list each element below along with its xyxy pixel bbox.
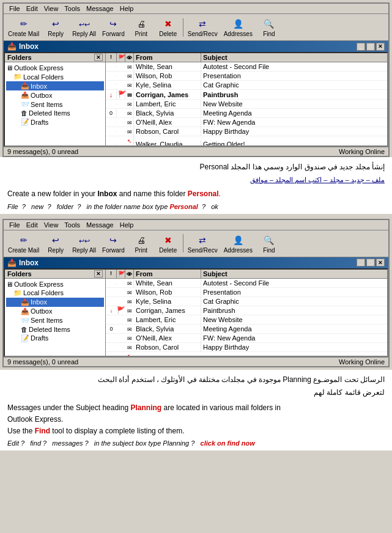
menu2-help[interactable]: Help [117, 221, 137, 229]
folder-sent-items[interactable]: 📨 Sent Items [6, 100, 104, 109]
table-row[interactable]: ✉ White, Sean Autotest - Second File [106, 279, 387, 288]
folders-close-icon[interactable]: ✕ [94, 54, 103, 61]
menu2-message[interactable]: Message [83, 221, 117, 229]
col-watch-header-2[interactable] [125, 270, 134, 278]
reply-button-2[interactable]: Reply [42, 232, 69, 255]
folder-outlook-express[interactable]: 🖥 Outlook Express [6, 64, 104, 72]
table-row[interactable]: ✉ O'Neill, Alex FW: New Agenda [106, 118, 387, 127]
folder-local-folders-2[interactable]: 📁 Local Folders [6, 289, 104, 298]
table-row[interactable]: ✉ Kyle, Selina Cat Graphic [106, 81, 387, 90]
col-flag-header-2[interactable] [117, 270, 125, 278]
minimize-button-2[interactable]: _ [357, 259, 365, 266]
menu-help[interactable]: Help [117, 4, 137, 13]
reply-button[interactable]: Reply [42, 15, 69, 39]
table-row[interactable]: ✉ Wilson, Rob Presentation [106, 72, 387, 81]
message-list: ! From Subject ✉ White, Sean Autotest - … [106, 53, 387, 145]
maximize-button-2[interactable]: □ [366, 259, 375, 266]
sendrecv-button[interactable]: Send/Recv [185, 15, 221, 39]
col-subject-header[interactable]: Subject [201, 53, 387, 62]
addresses-button-2[interactable]: Addresses [221, 232, 256, 255]
addresses-button[interactable]: Addresses [221, 15, 256, 39]
folder-deleted-items[interactable]: 🗑 Deleted Items [6, 109, 104, 117]
bottom-line5: tool to display a complete listing of th… [50, 427, 184, 435]
table-row[interactable]: ↖✉ Walker, Claudia Getting Older! [106, 352, 387, 356]
folders-label-2: Folders [7, 270, 32, 278]
menu2-tools[interactable]: Tools [61, 221, 83, 229]
folders-close-icon-2[interactable]: ✕ [94, 270, 103, 278]
window-controls: _ □ ✕ [357, 43, 385, 51]
addresses-icon [231, 17, 245, 31]
col-from-header[interactable]: From [134, 53, 201, 62]
inbox-title-left-2: 📥 Inbox [7, 259, 39, 267]
create-mail-button[interactable]: Create Mail [5, 15, 42, 39]
table-row[interactable]: ✉ Lambert, Eric New Website [106, 315, 387, 325]
table-row[interactable]: ↓ 🚩 ✉ Corrigan, James Paintbrush [106, 306, 387, 315]
menu-bar: File Edit View Tools Message Help [4, 4, 388, 14]
folder-drafts[interactable]: 📝 Drafts [6, 117, 104, 127]
menu-view[interactable]: View [41, 4, 62, 13]
col-watch-header[interactable] [125, 53, 134, 62]
close-button-2[interactable]: ✕ [376, 259, 385, 266]
table-row[interactable]: ✉ Robson, Carol Happy Birthday [106, 343, 387, 352]
inbox-title-bar-2: 📥 Inbox _ □ ✕ [4, 257, 388, 268]
folder-local-folders[interactable]: 📁 Local Folders [6, 72, 104, 81]
print-button-2[interactable]: Print [128, 232, 155, 255]
folder-outbox-2[interactable]: 📤 Outbox [6, 307, 104, 316]
folder-deleted-items-2[interactable]: 🗑 Deleted Items [6, 325, 104, 334]
menu2-edit[interactable]: Edit [23, 221, 41, 229]
flag-cell [117, 66, 125, 67]
close-button[interactable]: ✕ [376, 43, 385, 51]
delete-button[interactable]: Delete [155, 15, 182, 39]
arabic-link[interactable]: ملف – جديد – مجلد – اكتب اسم المجلد – مو… [250, 176, 385, 183]
minimize-button[interactable]: _ [357, 43, 365, 51]
col-priority-2[interactable]: ! [106, 270, 117, 278]
table-row[interactable]: ✉ O'Neill, Alex FW: New Agenda [106, 334, 387, 343]
table-row[interactable]: ↓ 🚩 ✉ Corrigan, James Paintbrush [106, 90, 387, 100]
folder-outlook-express-2[interactable]: 🖥 Outlook Express [6, 280, 104, 289]
col-priority[interactable]: ! [106, 53, 117, 62]
menu-edit[interactable]: Edit [23, 4, 41, 13]
table-row[interactable]: ✉ White, Sean Autotest - Second File [106, 62, 387, 72]
message-rows: ✉ White, Sean Autotest - Second File ✉ W… [106, 62, 387, 145]
second-window: File Edit View Tools Message Help Create… [2, 219, 390, 367]
deleted-icon-2: 🗑 [21, 326, 28, 333]
reply-all-button-2[interactable]: Reply All [69, 232, 99, 255]
folder-inbox-2[interactable]: 📥 Inbox [6, 298, 104, 307]
sendrecv-button-2[interactable]: Send/Recv [185, 232, 221, 255]
table-row[interactable]: ↖✉ Walker, Claudia Getting Older! [106, 136, 387, 145]
maximize-button[interactable]: □ [366, 43, 375, 51]
menu2-file[interactable]: File [6, 221, 23, 229]
forward-icon-2 [106, 233, 120, 247]
click-find-now[interactable]: click on find now [201, 439, 255, 447]
print-button[interactable]: Print [128, 15, 155, 39]
table-row[interactable]: ✉ Robson, Carol Happy Birthday [106, 127, 387, 136]
table-row[interactable]: ✉ Lambert, Eric New Website [106, 100, 387, 109]
menu-tools[interactable]: Tools [61, 4, 83, 13]
menu-message[interactable]: Message [83, 4, 117, 13]
folder-sent-items-2[interactable]: 📨 Sent Items [6, 316, 104, 325]
folder-outbox[interactable]: 📤 Outbox [6, 90, 104, 100]
create-mail-button-2[interactable]: Create Mail [5, 232, 42, 255]
outbox-icon-2: 📤 [21, 307, 29, 315]
outbox-icon: 📤 [21, 91, 29, 99]
find-button[interactable]: Find [256, 15, 283, 39]
find-button-2[interactable]: Find [256, 232, 283, 255]
forward-button-2[interactable]: Forward [99, 232, 128, 255]
forward-button[interactable]: Forward [99, 15, 128, 39]
folders-panel: Folders ✕ 🖥 Outlook Express 📁 Local Fold… [5, 53, 106, 145]
menu-file[interactable]: File [6, 4, 23, 13]
menu2-view[interactable]: View [41, 221, 62, 229]
reply-all-button[interactable]: Reply All [69, 15, 99, 39]
col-subject-header-2[interactable]: Subject [201, 270, 387, 278]
folder-inbox[interactable]: 📥 Inbox [6, 81, 104, 90]
table-row[interactable]: 0 ✉ Black, Sylvia Meeting Agenda [106, 109, 387, 118]
delete-button-2[interactable]: Delete [155, 232, 182, 255]
folder-drafts-2[interactable]: 📝 Drafts [6, 334, 104, 343]
table-row[interactable]: ✉ Kyle, Selina Cat Graphic [106, 297, 387, 306]
inbox-folder-icon: 📥 [21, 82, 29, 90]
table-row[interactable]: 0 ✉ Black, Sylvia Meeting Agenda [106, 325, 387, 334]
col-from-header-2[interactable]: From [134, 270, 201, 278]
col-flag-header[interactable] [117, 53, 125, 62]
table-row[interactable]: ✉ Wilson, Rob Presentation [106, 288, 387, 297]
local-folders-icon-2: 📁 [13, 289, 22, 297]
